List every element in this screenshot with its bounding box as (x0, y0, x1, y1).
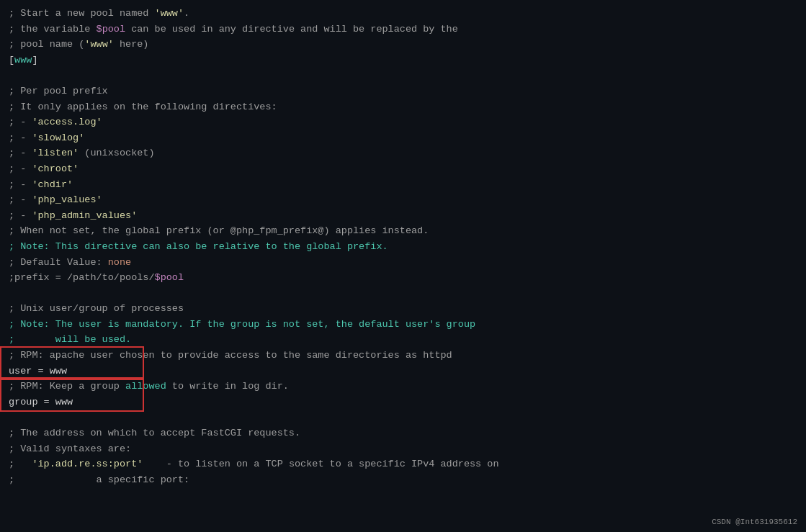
watermark-label: CSDN @Int631935612 (712, 518, 797, 526)
code-line: ; - 'listen' (unixsocket) (9, 145, 797, 161)
code-line: ; 'ip.add.re.ss:port' - to listen on a T… (9, 456, 797, 472)
code-line: ; - 'php_values' (9, 192, 797, 208)
code-line: [www] (9, 53, 797, 68)
code-line: ; a specific port: (9, 472, 797, 488)
code-line: group = www (9, 395, 797, 410)
code-line: ; - 'access.log' (9, 114, 797, 130)
code-line: ; Note: The user is mandatory. If the gr… (9, 317, 797, 333)
code-line: ; - 'chroot' (9, 161, 797, 177)
code-line (9, 68, 797, 84)
code-line: ; pool name ('www' here) (9, 37, 797, 53)
code-line: ;prefix = /path/to/pools/$pool (9, 270, 797, 286)
code-line (9, 286, 797, 302)
code-line (9, 410, 797, 425)
code-line: ; Valid syntaxes are: (9, 441, 797, 457)
code-line: ; - 'php_admin_values' (9, 208, 797, 224)
code-line: ; It only applies on the following direc… (9, 99, 797, 115)
code-line: ; RPM: Keep a group allowed to write in … (9, 379, 797, 395)
code-line: ; Per pool prefix (9, 84, 797, 99)
code-line: ; Note: This directive can also be relat… (9, 239, 797, 255)
code-line: ; - 'slowlog' (9, 130, 797, 146)
code-editor: ; Start a new pool named 'www'.; the var… (0, 0, 806, 532)
code-line: ; When not set, the global prefix (or @p… (9, 223, 797, 239)
code-line: ; The address on which to accept FastCGI… (9, 425, 797, 441)
code-line: ; the variable $pool can be used in any … (9, 22, 797, 37)
code-line: ; Unix user/group of processes (9, 301, 797, 317)
code-line: user = www (9, 364, 797, 379)
code-line: ; will be used. (9, 332, 797, 348)
code-line: ; RPM: apache user chosen to provide acc… (9, 348, 797, 364)
code-content: ; Start a new pool named 'www'.; the var… (9, 6, 797, 487)
code-line: ; Start a new pool named 'www'. (9, 6, 797, 22)
code-line: ; - 'chdir' (9, 177, 797, 193)
code-line: ; Default Value: none (9, 255, 797, 271)
